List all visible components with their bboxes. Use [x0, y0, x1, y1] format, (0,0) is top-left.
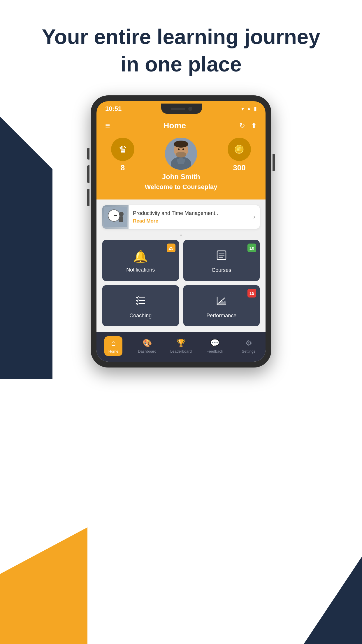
coaching-label: Coaching [129, 313, 152, 319]
nav-leaderboard-label: Leaderboard [170, 349, 192, 354]
leaderboard-nav-icon: 🏆 [176, 339, 186, 348]
coaching-svg-icon [134, 294, 147, 307]
page-header: Your entire learning journey in one plac… [0, 0, 362, 95]
settings-nav-icon: ⚙ [245, 339, 252, 348]
svg-point-4 [176, 152, 186, 158]
bg-decoration-bottom-right [304, 556, 362, 644]
banner-dot-indicator: ● [102, 233, 260, 237]
svg-point-5 [178, 148, 180, 150]
performance-label: Performance [206, 313, 236, 319]
nav-settings-label: Settings [242, 349, 256, 354]
bottom-navigation: ⌂ Home 🎨 Dashboard 🏆 Leaderboard 💬 [96, 332, 266, 362]
svg-point-6 [182, 148, 184, 150]
notch-camera [188, 107, 192, 111]
coaching-tile[interactable]: Coaching [102, 285, 179, 326]
welcome-message: Welcome to Courseplay [145, 183, 217, 191]
nav-dashboard-label: Dashboard [138, 349, 157, 354]
share-icon[interactable]: ⬆ [251, 122, 257, 130]
coins-icon-circle: 🪙 [228, 138, 251, 161]
menu-icon[interactable]: ≡ [105, 121, 110, 130]
coins-icon: 🪙 [234, 145, 244, 154]
notifications-badge: 25 [167, 244, 175, 252]
banner-title: Productivity and Time Management.. [133, 210, 249, 216]
bell-icon: 🔔 [133, 250, 148, 263]
coaching-icon [134, 294, 147, 309]
phone-status-icons: ▾ ▲ ▮ [241, 106, 257, 112]
user-profile: ♛ 8 [105, 138, 257, 191]
notifications-label: Notifications [126, 267, 155, 273]
phone-mute-button [87, 148, 89, 160]
user-profile-row: ♛ 8 [105, 138, 257, 181]
svg-point-11 [119, 212, 124, 216]
courses-badge: 10 [247, 244, 256, 252]
nav-feedback[interactable]: 💬 Feedback [198, 339, 232, 354]
page-headline: Your entire learning journey in one plac… [12, 23, 350, 78]
phone-container: 10:51 ▾ ▲ ▮ ≡ Home ↻ ⬆ [0, 95, 362, 368]
tiles-grid: 25 🔔 Notifications 10 [102, 240, 260, 326]
performance-badge: 15 [247, 289, 256, 298]
nav-home-highlight: ⌂ Home [104, 336, 123, 356]
toolbar-actions: ↻ ⬆ [239, 122, 257, 130]
app-title: Home [163, 121, 186, 130]
courses-label: Courses [212, 267, 231, 273]
phone-notch [161, 104, 202, 114]
rank-icon-circle: ♛ [111, 138, 134, 161]
crown-icon: ♛ [119, 144, 127, 155]
svg-point-3 [174, 141, 188, 148]
user-name: John Smith [162, 173, 200, 181]
svg-rect-12 [119, 216, 123, 222]
phone-device: 10:51 ▾ ▲ ▮ ≡ Home ↻ ⬆ [91, 95, 271, 368]
phone-volume-down-button [87, 189, 89, 206]
courses-icon [216, 249, 227, 264]
signal-icon: ▲ [246, 106, 252, 112]
nav-dashboard[interactable]: 🎨 Dashboard [130, 339, 164, 354]
app-content: Productivity and Time Management.. Read … [96, 200, 266, 332]
dashboard-nav-icon: 🎨 [143, 339, 152, 348]
battery-icon: ▮ [254, 106, 257, 112]
phone-volume-up-button [87, 165, 89, 183]
nav-home-label: Home [108, 349, 119, 354]
nav-leaderboard[interactable]: 🏆 Leaderboard [164, 339, 198, 354]
performance-svg-icon [215, 294, 228, 307]
bg-decoration-bottom-left [0, 527, 87, 644]
app-header: ≡ Home ↻ ⬆ ♛ 8 [96, 114, 266, 200]
banner-arrow-icon: › [253, 213, 260, 221]
refresh-icon[interactable]: ↻ [239, 122, 245, 130]
app-toolbar: ≡ Home ↻ ⬆ [105, 117, 257, 138]
home-nav-icon: ⌂ [111, 339, 116, 348]
banner-thumbnail [102, 205, 129, 229]
avatar-image [165, 138, 197, 170]
coins-badge: 🪙 300 [228, 138, 251, 172]
notch-pill [171, 108, 185, 110]
feedback-nav-icon: 💬 [210, 339, 219, 348]
performance-tile[interactable]: 15 Performanc [183, 285, 260, 326]
avatar-container: John Smith [162, 138, 200, 181]
courses-svg-icon [216, 249, 227, 261]
notifications-tile[interactable]: 25 🔔 Notifications [102, 240, 179, 281]
banner-text-area: Productivity and Time Management.. Read … [129, 206, 253, 228]
coins-count: 300 [233, 163, 245, 172]
rank-number: 8 [121, 163, 125, 172]
performance-icon [215, 294, 228, 309]
nav-settings[interactable]: ⚙ Settings [232, 339, 266, 354]
phone-status-bar: 10:51 ▾ ▲ ▮ [96, 101, 266, 114]
courses-tile[interactable]: 10 Courses [183, 240, 260, 281]
nav-feedback-label: Feedback [206, 349, 223, 354]
user-avatar [165, 138, 197, 170]
rank-badge: ♛ 8 [111, 138, 134, 172]
nav-home[interactable]: ⌂ Home [96, 336, 130, 356]
banner-card[interactable]: Productivity and Time Management.. Read … [102, 205, 260, 229]
wifi-icon: ▾ [241, 106, 244, 112]
banner-read-more[interactable]: Read More [133, 218, 249, 224]
phone-power-button [273, 154, 275, 171]
phone-screen: ≡ Home ↻ ⬆ ♛ 8 [96, 114, 266, 362]
banner-image-svg [104, 207, 127, 227]
phone-time: 10:51 [105, 105, 122, 113]
banner-image-inner [102, 205, 129, 229]
